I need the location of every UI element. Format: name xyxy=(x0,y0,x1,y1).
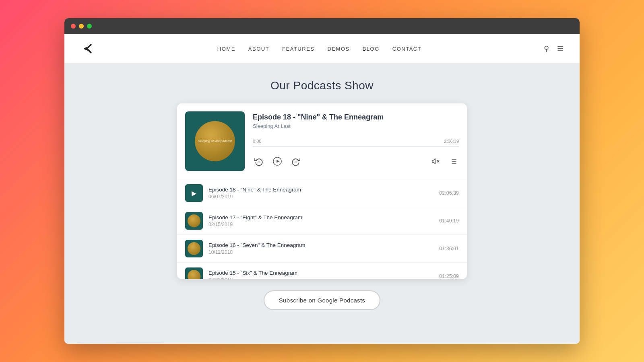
episode-item-date: 02/15/2019 xyxy=(208,222,433,227)
subscribe-button[interactable]: Subscribe on Google Podcasts xyxy=(264,290,380,310)
episode-title: Episode 18 - "Nine" & The Enneagram xyxy=(253,113,459,121)
episode-item-date: 08/03/2018 xyxy=(208,277,433,279)
nav-links: HOME ABOUT FEATURES DEMOS BLOG CONTACT xyxy=(217,45,421,52)
episode-item-duration: 01:25:09 xyxy=(439,274,459,279)
episode-item-title: Episode 15 - "Six" & The Enneagram xyxy=(208,270,433,276)
episode-list-item[interactable]: Episode 15 - "Six" & The Enneagram08/03/… xyxy=(177,263,467,279)
episode-author: Sleeping At Last xyxy=(253,123,459,129)
svg-text:30: 30 xyxy=(294,160,297,163)
menu-icon[interactable]: ☰ xyxy=(557,44,564,53)
browser-chrome xyxy=(64,18,580,34)
episode-item-date: 10/12/2018 xyxy=(208,249,433,255)
podcast-cover-text: sleeping at last podcast xyxy=(198,139,232,143)
episode-list-item[interactable]: ▶Episode 18 - "Nine" & The Enneagram06/0… xyxy=(177,179,467,207)
nav-about[interactable]: ABOUT xyxy=(248,46,269,52)
current-episode: sleeping at last podcast Episode 18 - "N… xyxy=(177,103,467,179)
svg-marker-4 xyxy=(432,159,436,164)
svg-text:30: 30 xyxy=(257,160,260,163)
progress-bar-container: 0:00 2:06:39 xyxy=(253,139,459,147)
rewind-button[interactable]: 30 xyxy=(253,155,265,167)
episode-item-duration: 02:06:39 xyxy=(439,190,459,196)
episode-thumbnail: sleeping at last podcast xyxy=(185,111,245,171)
episode-details: Episode 16 - "Seven" & The Enneagram10/1… xyxy=(208,242,433,255)
mute-button[interactable] xyxy=(430,156,441,167)
episode-details: Episode 18 - "Nine" & The Enneagram06/07… xyxy=(208,187,433,200)
episode-list-item[interactable]: Episode 17 - "Eight" & The Enneagram02/1… xyxy=(177,207,467,235)
page-title: Our Podcasts Show xyxy=(270,79,374,92)
minimize-dot[interactable] xyxy=(79,24,84,29)
episode-item-title: Episode 17 - "Eight" & The Enneagram xyxy=(208,214,433,220)
progress-track[interactable] xyxy=(253,146,459,147)
episode-list: ▶Episode 18 - "Nine" & The Enneagram06/0… xyxy=(177,179,467,279)
episode-details: Episode 17 - "Eight" & The Enneagram02/1… xyxy=(208,214,433,227)
maximize-dot[interactable] xyxy=(87,24,92,29)
episode-list-item[interactable]: Episode 16 - "Seven" & The Enneagram10/1… xyxy=(177,235,467,263)
play-button[interactable] xyxy=(271,155,283,167)
nav-demos[interactable]: DEMOS xyxy=(328,46,350,52)
episode-item-title: Episode 18 - "Nine" & The Enneagram xyxy=(208,187,433,193)
episode-details: Episode 15 - "Six" & The Enneagram08/03/… xyxy=(208,270,433,279)
gold-circle: sleeping at last podcast xyxy=(195,121,235,161)
search-icon[interactable]: ⚲ xyxy=(544,44,549,53)
progress-times: 0:00 2:06:39 xyxy=(253,139,459,144)
episode-item-duration: 01:36:01 xyxy=(439,246,459,251)
main-content: Our Podcasts Show sleeping at last podca… xyxy=(64,63,580,326)
controls: 30 xyxy=(253,155,459,167)
episode-info: Episode 18 - "Nine" & The Enneagram Slee… xyxy=(253,111,459,171)
nav-right: ⚲ ☰ xyxy=(544,44,564,53)
browser-content: HOME ABOUT FEATURES DEMOS BLOG CONTACT ⚲… xyxy=(64,34,580,344)
browser-window: HOME ABOUT FEATURES DEMOS BLOG CONTACT ⚲… xyxy=(64,18,580,344)
logo[interactable] xyxy=(80,41,95,56)
nav-features[interactable]: FEATURES xyxy=(282,46,314,52)
playlist-button[interactable] xyxy=(448,156,459,167)
episode-item-date: 06/07/2019 xyxy=(208,194,433,200)
episode-item-title: Episode 16 - "Seven" & The Enneagram xyxy=(208,242,433,248)
close-dot[interactable] xyxy=(71,24,76,29)
nav-blog[interactable]: BLOG xyxy=(363,46,380,52)
time-current: 0:00 xyxy=(253,139,261,144)
svg-marker-2 xyxy=(277,160,279,162)
episode-item-duration: 01:40:19 xyxy=(439,218,459,224)
forward-button[interactable]: 30 xyxy=(290,155,302,167)
nav-contact[interactable]: CONTACT xyxy=(392,46,421,52)
time-total: 2:06:39 xyxy=(444,139,459,144)
nav-home[interactable]: HOME xyxy=(217,46,235,52)
podcast-card: sleeping at last podcast Episode 18 - "N… xyxy=(177,103,467,279)
ctrl-right xyxy=(430,156,459,167)
navbar: HOME ABOUT FEATURES DEMOS BLOG CONTACT ⚲… xyxy=(64,34,580,63)
